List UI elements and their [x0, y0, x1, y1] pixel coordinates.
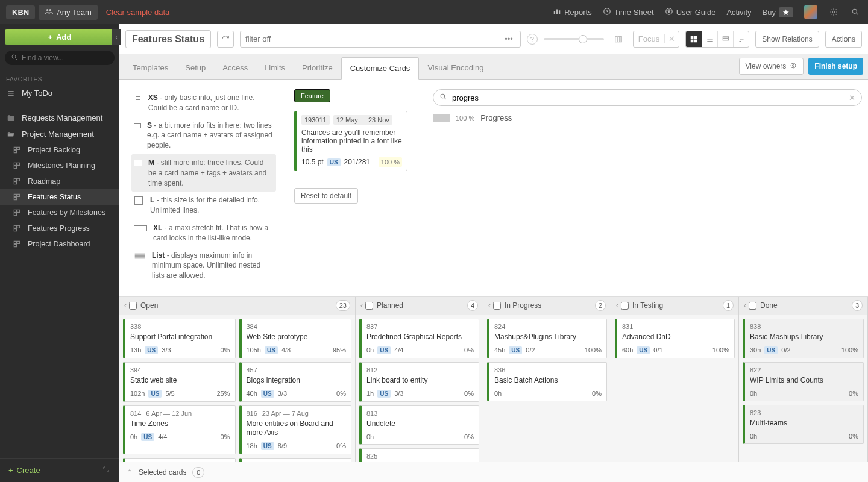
card[interactable]: 813Undelete0h0% [359, 405, 479, 445]
clear-icon[interactable]: ✕ [849, 93, 855, 102]
column-checkbox[interactable] [365, 302, 373, 310]
find-view-field[interactable] [22, 54, 108, 62]
clear-sample-link[interactable]: Clear sample data [106, 8, 170, 17]
filter-input[interactable]: ••• [240, 31, 521, 48]
field-search-input[interactable]: ✕ [433, 89, 862, 106]
card[interactable]: 822WIP Limits and Counts0h0% [743, 362, 864, 401]
tab-limits[interactable]: Limits [256, 57, 294, 79]
size-option-m[interactable]: M - still more info: three lines. Could … [131, 154, 276, 192]
card[interactable]: 825 [359, 448, 479, 462]
size-option-list[interactable]: List - displays maximum info in minimum … [131, 247, 276, 284]
add-button[interactable]: + Add [5, 29, 115, 45]
card[interactable]: 824Mashups&Plugins Library45hUS0/2100% [487, 319, 607, 358]
card-id: 822 [750, 366, 761, 374]
target-icon [790, 62, 797, 71]
column-body[interactable]: 824Mashups&Plugins Library45hUS0/2100%83… [483, 315, 611, 462]
team-selector[interactable]: Any Team [39, 5, 98, 20]
chevron-left-icon[interactable]: ‹ [360, 301, 363, 310]
column-body[interactable]: 831Advanced DnD60hUS0/1100% [611, 315, 738, 462]
column-checkbox[interactable] [621, 302, 629, 310]
chevron-up-icon[interactable]: ⌃ [127, 468, 133, 477]
column-checkbox[interactable] [493, 302, 501, 310]
card[interactable]: 823Multi-teams0h0% [743, 405, 864, 444]
sidebar-item-features-status[interactable]: Features Status [0, 189, 119, 205]
card[interactable]: 812Link board to entity1hUS3/30% [359, 362, 479, 402]
close-icon[interactable]: ✕ [664, 34, 679, 43]
column-body[interactable]: 837Predefined Graphical Reports0hUS4/40%… [356, 315, 483, 462]
column-checkbox[interactable] [129, 302, 137, 310]
timesheet-link[interactable]: Time Sheet [603, 7, 654, 17]
field-search-field[interactable] [452, 93, 844, 102]
tab-prioritize[interactable]: Prioritize [294, 57, 341, 79]
workspace-name[interactable]: KBN [6, 5, 35, 19]
card[interactable]: 837Predefined Graphical Reports0hUS4/40% [359, 319, 479, 358]
view-mode-board-icon[interactable] [686, 31, 702, 47]
filter-field[interactable] [245, 34, 502, 43]
svg-rect-34 [620, 36, 621, 42]
reset-to-default-button[interactable]: Reset to default [294, 188, 358, 204]
refresh-icon[interactable] [217, 31, 234, 48]
activity-link[interactable]: Activity [726, 8, 751, 17]
column-body[interactable]: 338Support Portal integration13hUS3/30%3… [119, 315, 355, 462]
slider-knob[interactable] [579, 35, 587, 43]
card[interactable]: 338Support Portal integration13hUS3/30% [123, 319, 236, 358]
chevron-left-icon[interactable]: ‹ [124, 301, 127, 310]
chevron-left-icon[interactable]: ‹ [744, 301, 746, 310]
view-mode-one-icon[interactable] [717, 31, 733, 47]
size-option-l[interactable]: L - this size is for the detailed info. … [131, 192, 276, 219]
gear-icon[interactable] [828, 7, 839, 17]
expand-icon[interactable] [101, 466, 111, 475]
sidebar-item-features-by-milestones[interactable]: Features by Milestones [0, 205, 119, 221]
search-result-progress[interactable]: 100 % Progress [433, 113, 862, 122]
sidebar-item-features-progress[interactable]: Features Progress [0, 221, 119, 236]
sidebar-item-project-backlog[interactable]: Project Backlog [0, 142, 119, 158]
card[interactable]: 8146 Apr — 12 JunTime Zones0hUS4/40% [123, 405, 236, 454]
card[interactable]: 457Blogs integration40hUS3/30% [239, 362, 352, 402]
finish-setup-button[interactable]: Finish setup [808, 58, 863, 75]
tab-customize-cards[interactable]: Customize Cards [341, 57, 420, 80]
avatar[interactable] [804, 5, 817, 19]
sidebar-folder-project-mgmt[interactable]: Project Management [0, 126, 119, 142]
tab-visual-encoding[interactable]: Visual Encoding [419, 57, 492, 79]
filter-more-icon[interactable]: ••• [502, 34, 515, 43]
chevron-left-icon[interactable]: ‹ [488, 301, 491, 310]
search-icon[interactable] [850, 7, 861, 17]
card[interactable]: 838Basic Mashups Library30hUS0/2100% [743, 319, 864, 358]
sidebar-item-roadmap[interactable]: Roadmap [0, 174, 119, 189]
chevron-left-icon[interactable]: ‹ [616, 301, 618, 310]
sidebar-item-my-todo[interactable]: My ToDo [0, 85, 119, 101]
focus-toggle[interactable]: Focus ✕ [633, 31, 679, 48]
size-option-xl[interactable]: XL - a maxi stretch fit. That is how a c… [131, 219, 276, 247]
userguide-link[interactable]: ? User Guide [665, 7, 716, 17]
columns-icon[interactable] [610, 31, 627, 48]
help-icon[interactable]: ? [527, 34, 538, 45]
zoom-slider[interactable] [544, 38, 604, 40]
size-option-xs[interactable]: XS - only basic info, just one line. Cou… [131, 89, 276, 117]
sidebar-folder-requests[interactable]: Requests Management [0, 110, 119, 126]
reports-link[interactable]: Reports [553, 7, 592, 17]
tab-setup[interactable]: Setup [177, 57, 214, 79]
svg-rect-2 [554, 11, 555, 14]
collapse-sidebar-icon[interactable]: ‹ [112, 29, 121, 45]
column-checkbox[interactable] [749, 302, 756, 310]
size-option-s[interactable]: S - a bit more info fits in here: two li… [131, 117, 276, 154]
card[interactable]: 81623 Apr — 7 AugMore entities on Board … [239, 405, 352, 454]
column-body[interactable]: 838Basic Mashups Library30hUS0/2100%822W… [739, 315, 867, 462]
create-button[interactable]: + Create [8, 466, 40, 475]
show-relations-button[interactable]: Show Relations [755, 31, 819, 48]
sidebar-item-project-dashboard[interactable]: Project Dashboard [0, 236, 119, 252]
card[interactable]: 836Basic Batch Actions0h0% [487, 362, 607, 401]
buy-link[interactable]: Buy ★ [763, 7, 793, 17]
view-mode-timeline-icon[interactable] [733, 31, 749, 47]
view-mode-list-icon[interactable] [702, 31, 717, 47]
sidebar-item-milestones-planning[interactable]: Milestones Planning [0, 158, 119, 174]
tab-access[interactable]: Access [214, 57, 256, 79]
actions-button[interactable]: Actions [825, 31, 862, 48]
tab-templates[interactable]: Templates [124, 57, 177, 79]
card[interactable]: 831Advanced DnD60hUS0/1100% [615, 319, 735, 358]
card[interactable]: 384Web Site prototype105hUS4/895% [239, 319, 352, 358]
find-view-input[interactable] [5, 51, 115, 65]
view-title[interactable]: Features Status [125, 30, 211, 48]
card[interactable]: 394Static web site102hUS5/525% [123, 362, 236, 402]
view-owners-button[interactable]: View owners [739, 58, 804, 75]
